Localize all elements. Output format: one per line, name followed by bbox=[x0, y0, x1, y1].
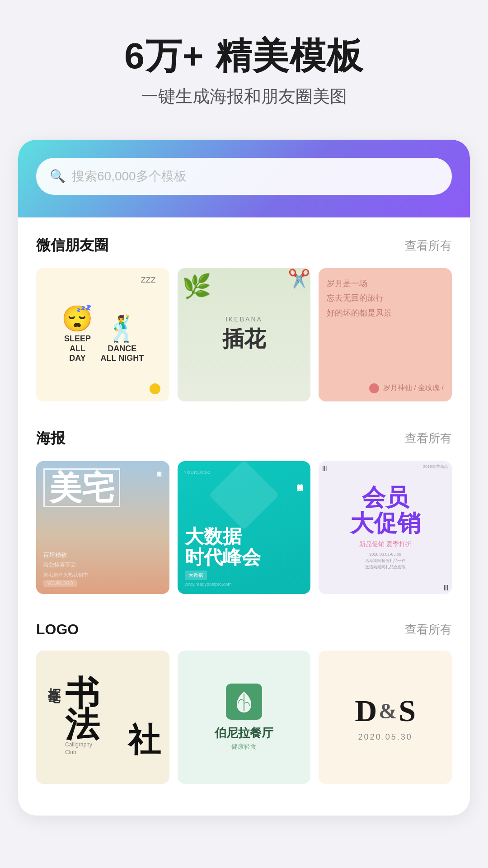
logo-card-restaurant[interactable]: 伯尼拉餐厅 健康轻食 bbox=[178, 651, 311, 784]
search-placeholder: 搜索60,000多个模板 bbox=[72, 168, 187, 185]
poster2-diamond bbox=[209, 461, 279, 530]
author-text: 岁月神仙 / 金玫瑰 / bbox=[383, 384, 444, 392]
sleep-column: 😴 SLEEPALLDAY bbox=[61, 306, 93, 363]
scissors-emoji: ✂️ bbox=[288, 268, 310, 289]
poster1-logo-badge: YOURLOGO bbox=[43, 580, 77, 587]
ikebana-zh-label: 插花 bbox=[222, 325, 266, 354]
sleep-text: SLEEPALLDAY bbox=[64, 334, 91, 363]
dance-column: 🕺 DANCEALL NIGHT bbox=[100, 316, 144, 363]
poster-card-shidai[interactable]: YOURLOGO 引领科技潮流 大数据时代峰会 大数据 www.readypos… bbox=[178, 461, 311, 594]
logo-view-all[interactable]: 查看所有 bbox=[405, 622, 452, 637]
ikebana-en-label: IKEBANA bbox=[225, 316, 263, 323]
poster2-yourlogo: YOURLOGO bbox=[184, 470, 211, 475]
search-icon: 🔍 bbox=[50, 170, 66, 183]
sleep-emoji: 😴 bbox=[61, 306, 93, 331]
search-bar[interactable]: 🔍 搜索60,000多个模板 bbox=[36, 158, 452, 195]
poster1-info: 家宅房产火热认销中 bbox=[43, 571, 162, 578]
poster-section-title: 海报 bbox=[36, 429, 65, 448]
poster1-main-title: 美宅 bbox=[43, 468, 120, 507]
poster2-badge: 大数据 bbox=[185, 571, 207, 580]
zzz-decoration: zzz bbox=[141, 274, 156, 285]
wechat-card-poem[interactable]: 岁月是一场忘去无回的旅行好的坏的都是风景 岁月神仙 / 金玫瑰 / bbox=[319, 268, 452, 401]
app-card: 🔍 搜索60,000多个模板 微信朋友圈 查看所有 zzz 😴 SLEEPALL… bbox=[18, 140, 470, 816]
hero-subtitle: 一键生成海报和朋友圈美图 bbox=[27, 85, 461, 108]
poster2-bottom: 大数据时代峰会 大数据 www.readypostpro.com bbox=[185, 526, 304, 587]
ds-letter-s: S bbox=[399, 693, 416, 729]
poster-section: 海报 查看所有 尽美住在宅在家向 美宅 百坪精致 给您惊喜享受 家宅房产火热认销… bbox=[18, 410, 470, 604]
poster2-logo-top: YOURLOGO bbox=[184, 467, 211, 476]
card-header: 🔍 搜索60,000多个模板 bbox=[18, 140, 470, 217]
hero-section: 6万+ 精美模板 一键生成海报和朋友圈美图 bbox=[0, 0, 488, 126]
logo-card-calligraphy[interactable]: 挥毫 书法 CalligraphyClub 社 bbox=[36, 651, 169, 784]
ds-letter-d: D bbox=[355, 693, 377, 729]
poster3-details: 2018.03.01-03.08活动期间超值礼品一件送活动期间礼品盒套装 bbox=[365, 551, 406, 571]
poster1-company: 百坪精致 bbox=[43, 551, 162, 559]
wechat-section-title: 微信朋友圈 bbox=[36, 236, 108, 255]
wechat-card-sleep-dance[interactable]: zzz 😴 SLEEPALLDAY 🕺 DANCEALL NIGHT bbox=[36, 268, 169, 401]
logo-card-ds[interactable]: D & S 2020.05.30 bbox=[319, 651, 452, 784]
wechat-view-all[interactable]: 查看所有 bbox=[405, 238, 452, 254]
poster3-main-title: 会员大促销 bbox=[350, 485, 421, 536]
calli-brush-text: 挥毫 bbox=[45, 678, 62, 680]
poster3-top-deco: ||| bbox=[322, 465, 327, 471]
wechat-template-grid: zzz 😴 SLEEPALLDAY 🕺 DANCEALL NIGHT IKE bbox=[36, 268, 452, 401]
ds-date: 2020.05.30 bbox=[358, 732, 413, 742]
poster3-bottom-deco: ||| bbox=[444, 584, 448, 590]
poem-author: 岁月神仙 / 金玫瑰 / bbox=[327, 383, 444, 393]
poem-text: 岁月是一场忘去无回的旅行好的坏的都是风景 bbox=[327, 276, 444, 320]
logo-section-title: LOGO bbox=[36, 621, 79, 638]
poster-card-meizhai[interactable]: 尽美住在宅在家向 美宅 百坪精致 给您惊喜享受 家宅房产火热认销中 YOURLO… bbox=[36, 461, 169, 594]
leaf-logo-icon bbox=[226, 684, 262, 720]
hero-title: 6万+ 精美模板 bbox=[27, 36, 461, 76]
poster-section-header: 海报 查看所有 bbox=[36, 429, 452, 448]
wechat-card-ikebana[interactable]: IKEBANA 插花 🌿 ✂️ bbox=[178, 268, 311, 401]
wechat-section-header: 微信朋友圈 查看所有 bbox=[36, 236, 452, 255]
calli-right-block: 书法 CalligraphyClub bbox=[65, 678, 124, 756]
poster3-year-badge: 2018款季新品 bbox=[423, 464, 448, 470]
poster1-bottom-content: 百坪精致 给您惊喜享受 家宅房产火热认销中 YOURLOGO bbox=[43, 551, 162, 587]
ds-letters: D & S bbox=[355, 693, 416, 729]
logo-template-grid: 挥毫 书法 CalligraphyClub 社 bbox=[36, 651, 452, 784]
calli-sub-zh: 社 bbox=[128, 724, 160, 756]
calligraphy-main-block: 挥毫 书法 CalligraphyClub 社 bbox=[45, 678, 160, 756]
poster2-website: www.readypostpro.com bbox=[185, 582, 304, 587]
poster-card-huiyuan[interactable]: ||| 2018款季新品 会员大促销 新品促销 夏季打折 2018.03.01-… bbox=[319, 461, 452, 594]
poster-view-all[interactable]: 查看所有 bbox=[405, 430, 452, 446]
restaurant-text-block: 伯尼拉餐厅 健康轻食 bbox=[215, 725, 273, 751]
calli-zh-block: 挥毫 bbox=[45, 678, 62, 680]
sleep-dance-inner: 😴 SLEEPALLDAY 🕺 DANCEALL NIGHT bbox=[61, 306, 144, 363]
logo-section: LOGO 查看所有 挥毫 书法 CalligraphyClub 社 bbox=[18, 603, 470, 793]
calli-main-zh: 书法 bbox=[65, 678, 124, 740]
poster1-top: 尽美住在宅在家向 美宅 bbox=[43, 468, 162, 507]
yellow-dot-decoration bbox=[150, 383, 160, 394]
ds-ampersand: & bbox=[379, 698, 397, 723]
poster-template-grid: 尽美住在宅在家向 美宅 百坪精致 给您惊喜享受 家宅房产火热认销中 YOURLO… bbox=[36, 461, 452, 594]
dance-text: DANCEALL NIGHT bbox=[100, 344, 144, 363]
logo-section-header: LOGO 查看所有 bbox=[36, 621, 452, 638]
dance-emoji: 🕺 bbox=[106, 316, 138, 341]
restaurant-name-zh: 伯尼拉餐厅 bbox=[215, 725, 273, 741]
restaurant-sub-zh: 健康轻食 bbox=[215, 743, 273, 751]
wechat-section: 微信朋友圈 查看所有 zzz 😴 SLEEPALLDAY 🕺 DANCEALL … bbox=[18, 217, 470, 410]
poster1-tagline: 给您惊喜享受 bbox=[43, 561, 162, 569]
poster3-promo: 新品促销 夏季打折 bbox=[359, 540, 412, 548]
poster2-title: 大数据时代峰会 bbox=[185, 526, 304, 568]
author-dot bbox=[369, 383, 379, 393]
plant-emoji: 🌿 bbox=[182, 273, 211, 300]
